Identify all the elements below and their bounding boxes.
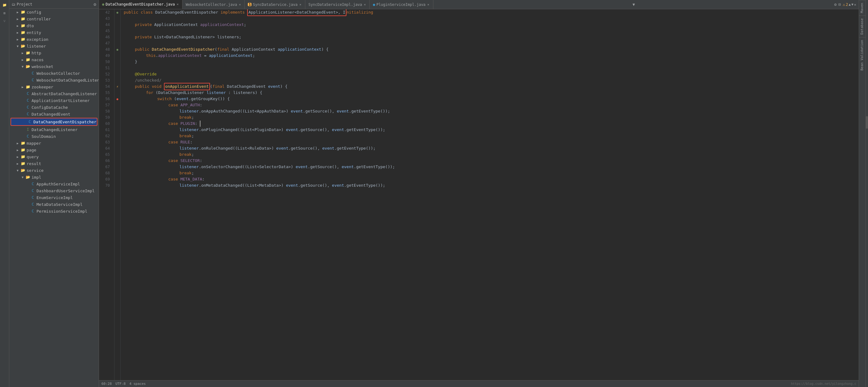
gutter-53 [115, 77, 120, 84]
tree-item-appauth[interactable]: ▶ C AppAuthServiceImpl [9, 181, 99, 187]
tab-label-dispatcher: DataChangedEventDispatcher.java [105, 2, 175, 6]
tree-label-ws-collector: WebsocketCollector [36, 71, 80, 76]
tree-label-permission: PermissionServiceImpl [36, 209, 87, 214]
tab-close-ws[interactable]: ✕ [238, 2, 241, 6]
tree-item-websocket-collector[interactable]: ▶ C WebsocketCollector [9, 70, 99, 77]
ln-52: 52 [100, 71, 112, 77]
tree-label-abstract: AbstractDataChangedListener [32, 92, 97, 96]
tab-close-dispatcher[interactable]: ✕ [176, 2, 179, 6]
tree-item-dashboard[interactable]: ▶ C DashboardUserServiceImpl [9, 187, 99, 194]
tree-item-exception[interactable]: ▶ 📁 exception [9, 36, 99, 43]
tree-item-mapper[interactable]: ▶ 📁 mapper [9, 140, 99, 147]
right-tools: Maven Database Bean Validation [859, 0, 866, 387]
code-line-59: break; [124, 115, 859, 121]
tree-item-soul-domain[interactable]: ▶ C SoulDomain [9, 133, 99, 140]
project-icon[interactable]: 📁 [1, 1, 8, 9]
activity-bar: 📁 ⊞ ⑂ [0, 0, 9, 387]
tree-label-query: query [27, 155, 39, 159]
mini-scrollbar[interactable] [866, 0, 868, 387]
tree-item-impl[interactable]: ▼ 📂 impl [9, 174, 99, 181]
folder-icon-listener: 📂 [21, 43, 25, 49]
code-line-65: break; [124, 152, 859, 158]
tree-item-dto[interactable]: ▶ 📁 dto [9, 22, 99, 29]
tree-item-metadata[interactable]: ▶ C MetaDataServiceImpl [9, 201, 99, 208]
warning-close[interactable]: ✕ [854, 2, 856, 7]
tree-label-controller: controller [27, 17, 51, 21]
tree-item-data-event[interactable]: ▶ C DataChangedEvent [9, 111, 99, 118]
tree-item-result[interactable]: ▶ 📁 result [9, 160, 99, 167]
tree-item-config[interactable]: ▶ 📁 config [9, 9, 99, 15]
folder-icon-zookeeper: 📁 [25, 85, 30, 89]
tab-sync-impl[interactable]: SyncDataServiceImpl.java ✕ [305, 0, 370, 9]
code-line-44: private ApplicationContext applicationCo… [124, 22, 859, 28]
code-line-61: listener.onPluginChanged((List<PluginDat… [124, 127, 859, 133]
code-line-46: private List<DataChangedListener> listen… [124, 34, 859, 40]
tree-item-zookeeper[interactable]: ▶ 📁 zookeeper [9, 84, 99, 90]
tree-label-exception: exception [27, 37, 48, 42]
tree-item-abstract[interactable]: ▶ C AbstractDataChangedListener [9, 90, 99, 97]
tab-close-plugin[interactable]: ✕ [427, 2, 430, 6]
tree-label-dashboard: DashboardUserServiceImpl [36, 189, 95, 193]
tree-item-entity[interactable]: ▶ 📁 entity [9, 29, 99, 36]
commit-icon[interactable]: ⑂ [1, 17, 8, 25]
tree-label-dto: dto [27, 24, 34, 28]
code-editor[interactable]: 42 43 44 45 46 47 48 49 50 51 52 53 54 5… [99, 9, 859, 380]
warning-up[interactable]: ▲ [849, 2, 851, 6]
tree-item-nacos[interactable]: ▶ 📁 nacos [9, 56, 99, 63]
gutter-57 [115, 102, 120, 108]
settings-icon[interactable]: ⚙ [834, 2, 837, 7]
folder-icon-impl: 📂 [25, 175, 30, 180]
gutter-69 [115, 176, 120, 182]
warning-down[interactable]: ▼ [851, 2, 854, 6]
ln-46: 46 [100, 34, 112, 40]
tree-item-dispatcher-wrapper[interactable]: ▶ C DataChangedEventDispatcher [10, 118, 97, 126]
tree-item-websocket[interactable]: ▼ 📂 websocket [9, 63, 99, 70]
tree-item-query[interactable]: ▶ 📁 query [9, 153, 99, 160]
tree-item-ws-listener[interactable]: ▶ C WebsocketDataChangedListener [9, 77, 99, 84]
folder-icon-page: 📁 [21, 148, 25, 152]
gutter-52 [115, 71, 120, 77]
tab-sync-service[interactable]: 1 SyncDataService.java ✕ [245, 0, 305, 9]
tree-item-config-cache[interactable]: ▶ C ConfigDataCache [9, 104, 99, 111]
right-tool-database[interactable]: Database [859, 15, 866, 37]
class-icon-metadata: C [30, 202, 35, 207]
structure-icon[interactable]: ⊞ [1, 9, 8, 17]
tab-plugin-impl[interactable]: ● PluginServiceImpl.java ✕ [370, 0, 433, 9]
class-icon-enum: C [30, 195, 35, 200]
tab-close-sync[interactable]: ✕ [299, 2, 302, 6]
ln-54: 54 [100, 84, 112, 90]
ln-50: 50 [100, 59, 112, 65]
tree-item-service[interactable]: ▼ 📂 service [9, 167, 99, 174]
tree-label-ws-listener: WebsocketDataChangedListener [36, 78, 99, 83]
tree-item-app-start[interactable]: ▶ C ApplicationStartListener [9, 97, 99, 104]
tab-label-ws-collector: WebsocketCollector.java [186, 2, 237, 7]
folder-icon-entity: 📁 [21, 30, 25, 35]
tab-close-sync-impl[interactable]: ✕ [363, 2, 366, 6]
split-icon[interactable]: ⊟ [839, 2, 841, 7]
code-line-67: listener.onSelectorChanged((List<Selecto… [124, 164, 859, 170]
tab-ws-collector[interactable]: WebsocketCollector.java ✕ [183, 0, 245, 9]
tree-item-data-listener[interactable]: ▶ I DataChangedListener [9, 126, 99, 133]
ln-51: 51 [100, 65, 112, 71]
folder-icon-result: 📁 [21, 161, 25, 166]
right-tool-maven[interactable]: Maven [859, 0, 866, 15]
tree-item-enum[interactable]: ▶ C EnumServiceImpl [9, 194, 99, 201]
ln-68: 68 [100, 170, 112, 176]
code-lines[interactable]: public class DataChangedEventDispatcher … [121, 9, 859, 380]
tree-label-app-start: ApplicationStartListener [32, 98, 90, 103]
tree-item-permission[interactable]: ▶ C PermissionServiceImpl [9, 208, 99, 215]
tree-item-page[interactable]: ▶ 📁 page [9, 147, 99, 153]
code-line-63: case RULE: [124, 139, 859, 145]
tree-item-dispatcher[interactable]: ▶ C DataChangedEventDispatcher [11, 118, 97, 125]
tab-dispatcher[interactable]: ● DataChangedEventDispatcher.java ✕ [99, 0, 183, 9]
scrollbar-thumb[interactable] [866, 116, 868, 129]
tab-overflow-arrow[interactable]: ▼ [631, 2, 637, 7]
tree-item-controller[interactable]: ▶ 📁 controller [9, 15, 99, 22]
right-tool-bean-validation[interactable]: Bean Validation [859, 37, 866, 73]
tree-item-http[interactable]: ▶ 📁 http [9, 50, 99, 56]
gutter-47 [115, 40, 120, 46]
side-panel-settings[interactable]: ⚙ [94, 2, 96, 7]
class-icon-app-start: C [25, 98, 30, 103]
tree-item-listener[interactable]: ▼ 📂 listener [9, 43, 99, 50]
tree-label-metadata: MetaDataServiceImpl [36, 202, 83, 207]
